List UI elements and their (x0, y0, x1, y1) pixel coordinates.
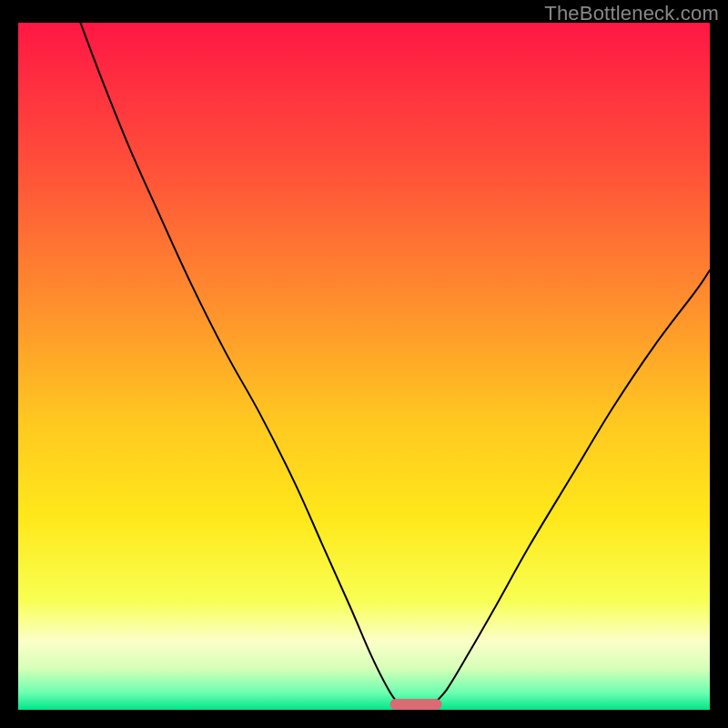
chart-frame: TheBottleneck.com (0, 0, 728, 728)
curve-left-branch (80, 23, 399, 704)
curve-right-branch (433, 270, 710, 704)
watermark-text: TheBottleneck.com (544, 2, 719, 25)
plot-area (18, 23, 710, 710)
bottleneck-curve (18, 23, 710, 710)
minimum-marker (390, 699, 442, 710)
